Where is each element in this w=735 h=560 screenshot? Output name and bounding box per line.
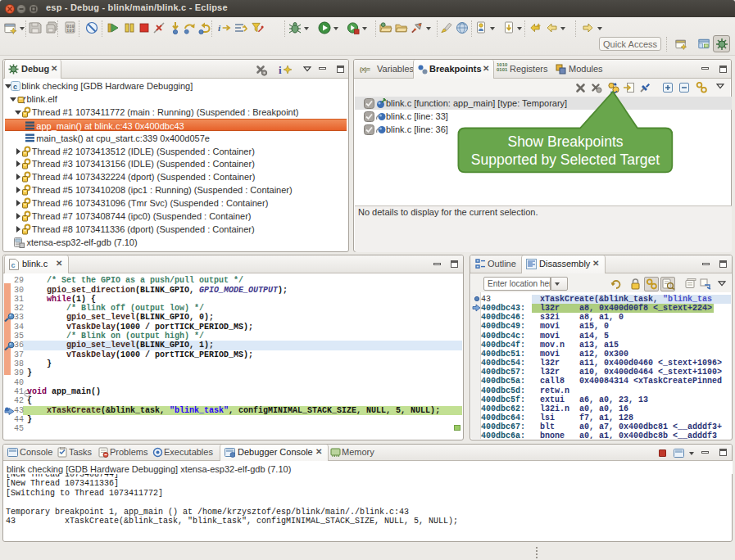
- svg-text:i: i: [218, 23, 221, 33]
- svg-text:Show Breakpoints: Show Breakpoints: [507, 133, 623, 150]
- svg-text:101: 101: [66, 28, 75, 34]
- svg-text:i: i: [279, 64, 282, 75]
- svg-text:c: c: [13, 83, 17, 91]
- svg-text:c: c: [11, 261, 16, 269]
- svg-text:Supported by Selected Target: Supported by Selected Target: [471, 151, 660, 168]
